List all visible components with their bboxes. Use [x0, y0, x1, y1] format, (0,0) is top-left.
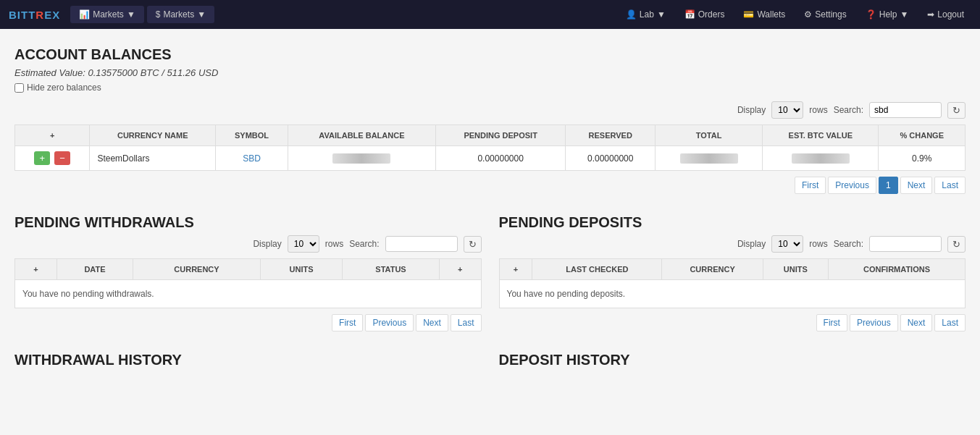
- first-page-btn[interactable]: First: [795, 177, 826, 194]
- withdrawals-search-input[interactable]: [385, 236, 458, 252]
- withdrawal-history-title: WITHDRAWAL HISTORY: [14, 352, 482, 368]
- dollar-icon: $: [156, 9, 161, 20]
- deposits-no-data-cell: You have no pending deposits.: [499, 280, 966, 308]
- balances-refresh-button[interactable]: ↻: [947, 102, 966, 119]
- deposits-col-confirmations: CONFIRMATIONS: [828, 259, 965, 280]
- chevron-down-icon: ▼: [127, 9, 135, 20]
- w-last-btn[interactable]: Last: [451, 314, 482, 331]
- withdrawals-no-data-row: You have no pending withdrawals.: [15, 280, 482, 308]
- nav-right: 👤 Lab ▼ 📅 Orders 💳 Wallets ⚙ Settings ❓ …: [619, 6, 971, 23]
- withdrawals-pagination: First Previous Next Last: [14, 314, 482, 331]
- symbol-cell[interactable]: SBD: [216, 146, 288, 171]
- withdrawals-table-controls: Display 10 rows Search: ↻: [14, 235, 482, 253]
- main-content: ACCOUNT BALANCES Estimated Value: 0.1357…: [0, 29, 980, 390]
- balances-col-pending-deposit: PENDING DEPOSIT: [435, 125, 565, 146]
- nav-markets-2[interactable]: $ Markets ▼: [147, 6, 214, 23]
- rows-label: rows: [809, 105, 827, 115]
- hide-zero-checkbox[interactable]: [14, 83, 24, 93]
- est-btc-blurred: [792, 153, 850, 164]
- balances-col-reserved: RESERVED: [566, 125, 656, 146]
- currency-name-cell: SteemDollars: [90, 146, 216, 171]
- nav-wallets[interactable]: 💳 Wallets: [736, 6, 792, 23]
- w-first-btn[interactable]: First: [332, 314, 363, 331]
- table-row: + − SteemDollars SBD 00 0.00000000 0.000…: [15, 146, 966, 171]
- w-previous-btn[interactable]: Previous: [365, 314, 414, 331]
- nav-orders[interactable]: 📅 Orders: [677, 6, 732, 23]
- deposits-pagination: First Previous Next Last: [499, 314, 966, 331]
- logout-icon: ➡: [927, 9, 934, 20]
- d-previous-btn[interactable]: Previous: [850, 314, 898, 331]
- deposits-col-add: +: [499, 259, 532, 280]
- withdrawals-display-select[interactable]: 10: [288, 235, 319, 253]
- wallet-icon: 💳: [743, 9, 754, 20]
- chevron-down-icon-4: ▼: [900, 9, 908, 20]
- display-label: Display: [737, 105, 766, 115]
- nav-settings[interactable]: ⚙ Settings: [797, 6, 853, 23]
- balances-col-add: +: [15, 125, 90, 146]
- chevron-down-icon-3: ▼: [657, 9, 666, 20]
- deposits-display-label: Display: [737, 239, 766, 249]
- balances-col-symbol: SYMBOL: [216, 125, 288, 146]
- withdrawals-no-data-cell: You have no pending withdrawals.: [15, 280, 482, 308]
- nav-logout[interactable]: ➡ Logout: [920, 6, 971, 23]
- lab-icon: 👤: [626, 9, 637, 20]
- withdrawals-col-units: UNITS: [260, 259, 343, 280]
- deposits-search-input[interactable]: [869, 236, 942, 252]
- total-cell: 00: [656, 146, 763, 171]
- w-next-btn[interactable]: Next: [416, 314, 448, 331]
- withdrawals-table: + DATE CURRENCY UNITS STATUS + You have …: [14, 258, 482, 308]
- withdrawals-search-label: Search:: [349, 239, 379, 249]
- withdrawal-history-section: WITHDRAWAL HISTORY: [14, 352, 482, 373]
- withdrawals-col-currency: CURRENCY: [133, 259, 260, 280]
- withdrawals-col-date: DATE: [56, 259, 133, 280]
- deposits-no-data-row: You have no pending deposits.: [499, 280, 966, 308]
- nav-markets-1[interactable]: 📊 Markets ▼: [70, 6, 144, 23]
- balances-table: + CURRENCY NAME SYMBOL AVAILABLE BALANCE…: [14, 124, 966, 171]
- d-next-btn[interactable]: Next: [900, 314, 933, 331]
- nav-lab[interactable]: 👤 Lab ▼: [619, 6, 673, 23]
- previous-page-btn[interactable]: Previous: [828, 177, 876, 194]
- search-label: Search:: [834, 105, 863, 115]
- available-balance-blurred: 00: [332, 153, 390, 164]
- balances-col-total: TOTAL: [656, 125, 763, 146]
- deposits-refresh-button[interactable]: ↻: [947, 236, 966, 253]
- pct-change-cell: 0.9%: [879, 146, 966, 171]
- deposit-history-section: DEPOSIT HISTORY: [499, 352, 966, 373]
- deposits-table-controls: Display 10 rows Search: ↻: [499, 235, 966, 253]
- last-page-btn[interactable]: Last: [934, 177, 966, 194]
- hide-zero-container: Hide zero balances: [14, 83, 966, 93]
- d-first-btn[interactable]: First: [816, 314, 847, 331]
- display-select[interactable]: 10: [771, 101, 803, 119]
- deposits-display-select[interactable]: 10: [771, 235, 803, 253]
- d-last-btn[interactable]: Last: [934, 314, 966, 331]
- deposit-history-title: DEPOSIT HISTORY: [499, 352, 966, 368]
- withdrawals-rows-label: rows: [325, 239, 343, 249]
- balances-pagination: First Previous 1 Next Last: [14, 177, 966, 194]
- reserved-cell: 0.00000000: [566, 146, 656, 171]
- balances-col-est-btc: EST. BTC VALUE: [763, 125, 879, 146]
- balances-search-input[interactable]: [869, 102, 942, 118]
- nav-help[interactable]: ❓ Help ▼: [858, 6, 916, 23]
- pending-sections: PENDING WITHDRAWALS Display 10 rows Sear…: [14, 214, 966, 331]
- balances-col-available-balance: AVAILABLE BALANCE: [288, 125, 435, 146]
- logo: BITTREX: [9, 9, 60, 21]
- est-btc-cell: [763, 146, 879, 171]
- chart-icon: 📊: [79, 9, 90, 20]
- withdrawals-refresh-button[interactable]: ↻: [464, 236, 482, 253]
- pending-deposits-section: PENDING DEPOSITS Display 10 rows Search:…: [499, 214, 966, 331]
- row-actions: + −: [15, 146, 90, 171]
- deposit-button[interactable]: +: [34, 151, 50, 165]
- pending-deposits-title: PENDING DEPOSITS: [499, 214, 966, 231]
- balances-table-controls: Display 10 rows Search: ↻: [14, 101, 966, 119]
- calendar-icon: 📅: [684, 9, 695, 20]
- help-icon: ❓: [866, 9, 876, 20]
- next-page-btn[interactable]: Next: [900, 177, 933, 194]
- chevron-down-icon-2: ▼: [197, 9, 206, 20]
- estimated-value: Estimated Value: 0.13575000 BTC / 511.26…: [14, 67, 966, 78]
- hide-zero-label: Hide zero balances: [27, 83, 101, 93]
- withdrawals-col-add: +: [15, 259, 57, 280]
- withdraw-button[interactable]: −: [54, 151, 70, 165]
- current-page-btn[interactable]: 1: [879, 177, 898, 194]
- total-blurred: 00: [680, 153, 738, 164]
- pending-deposit-cell: 0.00000000: [435, 146, 565, 171]
